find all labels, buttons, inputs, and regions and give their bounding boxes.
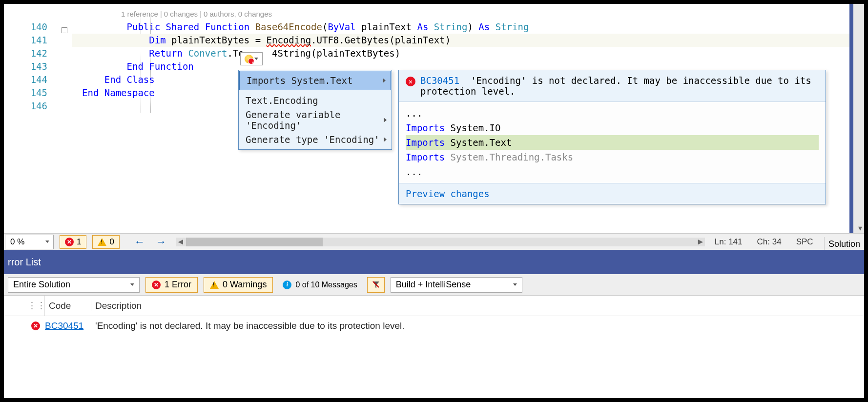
scrollbar-thumb[interactable] [186, 238, 323, 246]
warnings-filter-button[interactable]: 0 Warnings [204, 277, 273, 293]
fix-preview-panel: ✕ BC30451 'Encoding' is not declared. It… [398, 70, 826, 204]
error-row[interactable]: ✕ BC30451 'Encoding' is not declared. It… [4, 316, 864, 336]
error-icon: ✕ [65, 238, 74, 246]
code-line[interactable]: Dim plainTextBytes = Encoding.UTF8.GetBy… [72, 34, 864, 47]
errors-filter-button[interactable]: ✕ 1 Error [145, 277, 198, 293]
fix-item-imports-system-text[interactable]: Imports System.Text [239, 71, 391, 90]
zoom-combo[interactable]: 0 % [5, 235, 54, 249]
cursor-col: Ch: 34 [757, 237, 782, 247]
nav-forward-button[interactable]: → [156, 236, 166, 248]
error-list-columns: ⋮⋮ Code Description [4, 296, 864, 316]
overview-ruler[interactable] [849, 4, 853, 233]
column-header-code[interactable]: Code [45, 301, 91, 311]
error-icon: ✕ [406, 77, 415, 86]
fix-item-generate-type[interactable]: Generate type 'Encoding' [239, 130, 392, 149]
preview-footer: Preview changes [399, 183, 826, 204]
chevron-down-icon [130, 283, 134, 286]
codelens[interactable]: 1 reference|0 changes|0 authors, 0 chang… [72, 8, 864, 20]
cursor-line: Ln: 141 [715, 237, 743, 247]
warning-icon [210, 281, 219, 289]
line-number: 146 [4, 100, 72, 113]
vertical-scrollbar[interactable] [853, 4, 864, 233]
column-grip-icon[interactable]: ⋮⋮ [28, 296, 45, 316]
error-source-combo[interactable]: Build + IntelliSense [391, 277, 522, 293]
fold-toggle[interactable]: − [62, 27, 67, 33]
line-number: 143 [4, 60, 72, 73]
code-editor[interactable]: − 140 141 142 143 144 145 146 1 referenc… [4, 4, 864, 233]
line-number: 142 [4, 47, 72, 60]
error-icon: ✕ [152, 281, 161, 289]
editor-status-bar: 0 % ✕ 1 0 ← → ◄ ► Ln: 141 Ch: 34 SPC CRL… [4, 233, 864, 250]
preview-changes-link[interactable]: Preview changes [406, 188, 490, 199]
preview-diff: ... Imports System.IO Imports System.Tex… [399, 102, 826, 183]
filter-clear-icon [372, 281, 380, 289]
column-header-description[interactable]: Description [91, 301, 864, 311]
scroll-right-icon[interactable]: ► [696, 237, 705, 247]
code-body[interactable]: 1 reference|0 changes|0 authors, 0 chang… [72, 4, 864, 233]
error-list-title[interactable]: rror List [4, 250, 864, 274]
error-icon: ✕ [31, 322, 40, 330]
messages-filter-button[interactable]: i 0 of 10 Messages [279, 281, 361, 289]
nav-back-button[interactable]: ← [134, 236, 145, 248]
chevron-down-icon [513, 283, 517, 286]
warning-icon [98, 238, 106, 246]
horizontal-scrollbar[interactable]: ◄ ► [176, 238, 705, 246]
chevron-down-icon [45, 241, 49, 243]
error-list-toolbar: Entire Solution ✕ 1 Error 0 Warnings i 0… [4, 274, 864, 296]
lightbulb-error-icon: ✕ [245, 55, 253, 63]
line-number: 141 [4, 34, 72, 47]
clear-filters-button[interactable] [367, 277, 385, 293]
chevron-right-icon [384, 118, 387, 122]
line-number-gutter: − 140 141 142 143 144 145 146 [4, 4, 72, 233]
preview-error-header: ✕ BC30451 'Encoding' is not declared. It… [399, 70, 826, 102]
error-scope-combo[interactable]: Entire Solution [8, 277, 140, 293]
chevron-down-icon [254, 58, 258, 60]
quick-action-button[interactable]: ✕ [240, 52, 263, 65]
info-icon: i [283, 281, 291, 289]
indent-mode[interactable]: SPC [796, 237, 813, 247]
line-number: 145 [4, 86, 72, 100]
chevron-right-icon [384, 137, 387, 142]
error-code-link[interactable]: BC30451 [420, 75, 459, 86]
quick-fix-menu: Imports System.Text Text.Encoding Genera… [238, 70, 392, 150]
scroll-left-icon[interactable]: ◄ [176, 237, 185, 247]
error-description: 'Encoding' is not declared. It may be in… [91, 321, 864, 331]
line-number: 144 [4, 73, 72, 86]
code-line[interactable]: Public Shared Function Base64Encode(ByVa… [72, 20, 864, 34]
error-code-link[interactable]: BC30451 [45, 321, 83, 331]
fix-item-text-encoding[interactable]: Text.Encoding [239, 91, 392, 110]
code-line[interactable]: Return Convert.To 4String(plainTextBytes… [72, 47, 864, 60]
error-count-button[interactable]: ✕ 1 [60, 235, 86, 249]
split-toggle-icon[interactable]: ▾ [858, 223, 862, 233]
warning-count-button[interactable]: 0 [92, 235, 119, 249]
chevron-right-icon [383, 78, 386, 83]
fix-item-generate-variable[interactable]: Generate variable 'Encoding' [239, 110, 392, 130]
